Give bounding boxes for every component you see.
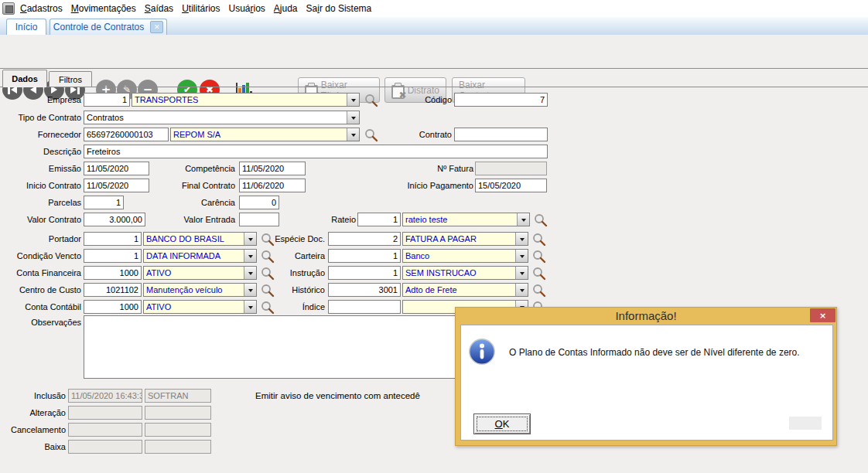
menu-item-utilitarios[interactable]: Utilitários xyxy=(182,3,220,14)
app-icon xyxy=(2,2,15,15)
menu-item-usuarios[interactable]: Usuários xyxy=(228,3,265,14)
instrucao-lookup-icon[interactable] xyxy=(532,267,546,281)
instrucao-code-field[interactable]: 1 xyxy=(328,266,401,280)
condicao-vencto-combo[interactable]: DATA INFORMADA xyxy=(143,249,257,263)
centro-custo-combo[interactable]: Manutenção veículo xyxy=(143,283,257,297)
chevron-down-icon[interactable] xyxy=(515,233,528,245)
fornecedor-lookup-icon[interactable] xyxy=(364,128,378,142)
chevron-down-icon[interactable] xyxy=(244,284,256,296)
tab-inicio[interactable]: Início xyxy=(6,19,46,35)
competencia-field[interactable]: 11/05/2020 xyxy=(239,162,306,175)
valor-entrada-field[interactable] xyxy=(239,213,279,226)
indice-code-field[interactable] xyxy=(328,300,401,314)
valor-contrato-field[interactable]: 3.000,00 xyxy=(84,213,145,226)
dialog-close-button[interactable]: × xyxy=(810,308,836,322)
centro-custo-label: Centro de Custo xyxy=(0,285,81,294)
contrato-field[interactable] xyxy=(454,128,548,141)
tipo-contrato-label: Tipo de Contrato xyxy=(0,113,81,122)
empresa-combo[interactable]: TRANSPORTES xyxy=(132,93,360,107)
carencia-field[interactable]: 0 xyxy=(239,196,279,209)
chevron-down-icon[interactable] xyxy=(347,94,359,106)
toolbar: + ✎ − ✔ ✖ ✔ Baixar Títulos ✖ Distrato Ba… xyxy=(0,35,868,69)
codigo-label: Código xyxy=(402,95,452,104)
condicao-vencto-code-field[interactable]: 1 xyxy=(84,249,142,263)
portador-code-field[interactable]: 1 xyxy=(84,232,142,246)
chevron-down-icon[interactable] xyxy=(244,233,256,245)
conta-contabil-label: Conta Contábil xyxy=(0,302,81,311)
toolbar-divider xyxy=(0,68,868,69)
menu-item-movimentacoes[interactable]: Movimentações xyxy=(71,3,136,14)
menu-item-ajuda[interactable]: Ajuda xyxy=(274,3,298,14)
rateio-code-field[interactable]: 1 xyxy=(357,213,401,226)
historico-lookup-icon[interactable] xyxy=(532,284,546,298)
ok-button[interactable]: OK xyxy=(473,413,531,434)
tab-dados[interactable]: Dados xyxy=(2,70,47,87)
info-dialog: Informação! × O Plano de Contas Informad… xyxy=(455,307,837,446)
dialog-title: Informação! xyxy=(456,308,836,325)
conta-financeira-combo[interactable]: ATIVO xyxy=(143,266,257,280)
empresa-lookup-icon[interactable] xyxy=(364,94,378,107)
codigo-field[interactable]: 7 xyxy=(454,93,548,107)
conta-financeira-code-field[interactable]: 1000 xyxy=(84,266,142,280)
tipo-contrato-combo[interactable]: Contratos xyxy=(84,111,360,124)
chevron-down-icon[interactable] xyxy=(515,250,528,262)
carteira-lookup-icon[interactable] xyxy=(532,250,546,264)
carteira-code-field[interactable]: 1 xyxy=(328,249,401,263)
rateio-label: Rateio xyxy=(311,215,356,224)
tab-controle-de-contratos[interactable]: Controle de Contratos ✕ xyxy=(50,19,167,35)
tab-close-icon[interactable]: ✕ xyxy=(150,21,163,33)
especie-doc-code-field[interactable]: 2 xyxy=(328,232,401,246)
inclusao-user-field: SOFTRAN xyxy=(145,389,211,403)
chevron-down-icon[interactable] xyxy=(515,284,528,296)
empresa-label: Empresa xyxy=(0,95,81,104)
menu-item-saidas[interactable]: Saídas xyxy=(145,3,173,14)
n-fatura-field xyxy=(475,162,547,175)
cancelamento-label: Cancelamento xyxy=(0,425,66,434)
inclusao-label: Inclusão xyxy=(0,391,66,400)
emissao-field[interactable]: 11/05/2020 xyxy=(84,162,149,175)
chevron-down-icon[interactable] xyxy=(515,267,528,279)
especie-doc-label: Espécie Doc. xyxy=(255,234,325,243)
chevron-down-icon[interactable] xyxy=(244,301,256,313)
cancelamento-datetime-field xyxy=(68,423,142,437)
empresa-code-field[interactable]: 1 xyxy=(84,93,130,107)
document-tab-strip: Início Controle de Contratos ✕ xyxy=(0,17,868,36)
descricao-label: Descrição xyxy=(0,147,81,156)
page-divider xyxy=(0,87,868,87)
inicio-contrato-field[interactable]: 11/05/2020 xyxy=(84,179,149,192)
descricao-field[interactable]: Freteiros xyxy=(84,145,548,158)
carteira-combo[interactable]: Banco xyxy=(402,249,528,263)
parcelas-field[interactable]: 1 xyxy=(84,196,124,209)
chevron-down-icon[interactable] xyxy=(244,250,256,262)
final-contrato-field[interactable]: 11/06/2020 xyxy=(239,179,306,192)
chevron-down-icon[interactable] xyxy=(347,128,359,141)
especie-doc-lookup-icon[interactable] xyxy=(532,233,546,247)
chevron-down-icon[interactable] xyxy=(244,267,256,279)
rateio-combo[interactable]: rateio teste xyxy=(402,213,530,226)
chevron-down-icon[interactable] xyxy=(517,213,529,226)
rateio-lookup-icon[interactable] xyxy=(534,213,548,227)
final-contrato-label: Final Contrato xyxy=(155,181,235,190)
fornecedor-code-field[interactable]: 65697260000103 xyxy=(84,128,169,141)
conta-financeira-label: Conta Financeira xyxy=(0,268,81,277)
centro-custo-code-field[interactable]: 1021102 xyxy=(84,283,142,297)
fornecedor-combo[interactable]: REPOM S/A xyxy=(170,128,360,141)
especie-doc-combo[interactable]: FATURA A PAGAR xyxy=(402,232,528,246)
competencia-label: Competência xyxy=(155,164,235,173)
portador-combo[interactable]: BANCO DO BRASIL xyxy=(143,232,257,246)
inicio-pagamento-field[interactable]: 15/05/2020 xyxy=(475,179,547,192)
dialog-message: O Plano de Contas Informado não deve ser… xyxy=(509,347,818,358)
application-window: Cadastros Movimentações Saídas Utilitári… xyxy=(0,0,868,473)
menu-item-cadastros[interactable]: Cadastros xyxy=(20,3,63,14)
contrato-label: Contrato xyxy=(402,130,452,139)
historico-code-field[interactable]: 3001 xyxy=(328,283,401,297)
menu-item-sair-do-sistema[interactable]: Sair do Sistema xyxy=(306,3,372,14)
tab-filtros[interactable]: Filtros xyxy=(49,71,92,87)
instrucao-combo[interactable]: SEM INSTRUCAO xyxy=(402,266,528,280)
historico-combo[interactable]: Adto de Frete xyxy=(402,283,528,297)
conta-contabil-combo[interactable]: ATIVO xyxy=(143,300,257,314)
conta-contabil-code-field[interactable]: 1000 xyxy=(84,300,142,314)
carteira-label: Carteira xyxy=(255,251,325,260)
carencia-label: Carência xyxy=(155,198,235,207)
chevron-down-icon[interactable] xyxy=(347,111,359,124)
